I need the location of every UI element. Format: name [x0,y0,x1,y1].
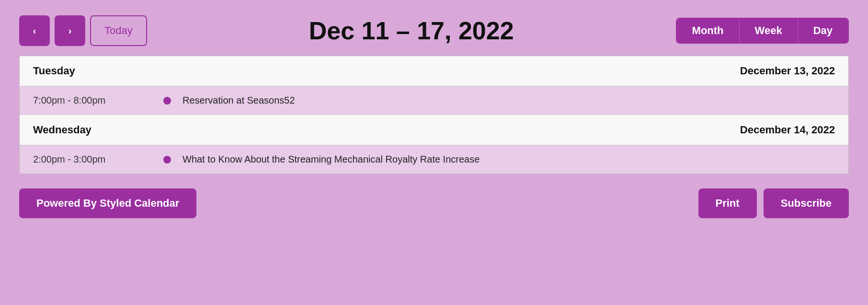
print-button[interactable]: Print [698,188,757,218]
event-title: What to Know About the Streaming Mechani… [177,154,835,165]
calendar-header: ‹ › Today Dec 11 – 17, 2022 Month Week D… [19,15,849,46]
event-time: 2:00pm - 3:00pm [33,154,158,165]
day-header-wednesday: Wednesday December 14, 2022 [20,115,848,145]
next-button[interactable]: › [55,15,85,46]
view-buttons: Month Week Day [676,18,849,44]
calendar-grid: Tuesday December 13, 2022 7:00pm - 8:00p… [19,56,849,174]
prev-button[interactable]: ‹ [19,15,50,46]
event-row-wednesday-0[interactable]: 2:00pm - 3:00pm What to Know About the S… [20,145,848,174]
tuesday-label: Tuesday [33,65,158,77]
day-header-tuesday: Tuesday December 13, 2022 [20,56,848,86]
tuesday-date: December 13, 2022 [710,65,835,77]
calendar-footer: Powered By Styled Calendar Print Subscri… [19,188,849,218]
subscribe-button[interactable]: Subscribe [764,188,849,218]
event-dot-icon [163,156,171,164]
wednesday-date: December 14, 2022 [710,124,835,136]
calendar-title: Dec 11 – 17, 2022 [147,16,676,45]
event-time: 7:00pm - 8:00pm [33,95,158,106]
powered-by-button[interactable]: Powered By Styled Calendar [19,188,196,218]
event-dot-icon [163,97,171,105]
month-view-button[interactable]: Month [677,19,740,43]
week-view-button[interactable]: Week [740,19,798,43]
day-view-button[interactable]: Day [798,19,848,43]
event-title: Reservation at Seasons52 [177,95,835,106]
wednesday-label: Wednesday [33,124,158,136]
calendar-container: ‹ › Today Dec 11 – 17, 2022 Month Week D… [0,0,868,305]
header-left: ‹ › Today [19,15,147,46]
event-row-tuesday-0[interactable]: 7:00pm - 8:00pm Reservation at Seasons52 [20,86,848,115]
footer-right: Print Subscribe [698,188,849,218]
today-button[interactable]: Today [90,15,147,46]
